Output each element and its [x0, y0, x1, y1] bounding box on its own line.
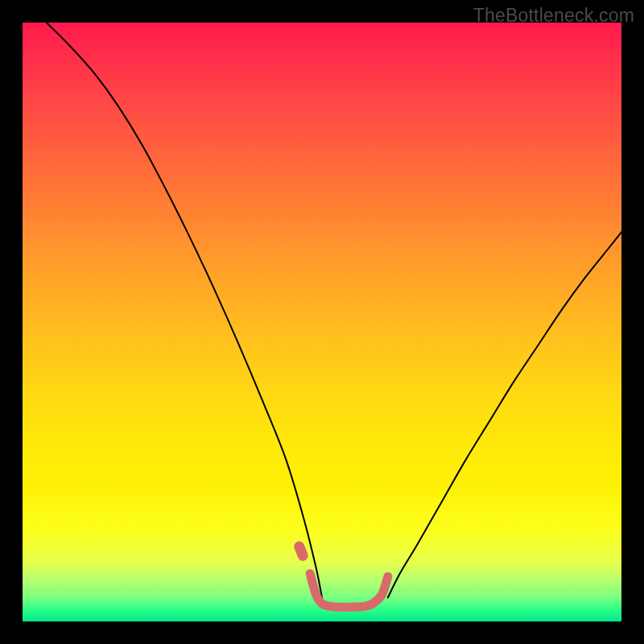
curve-layer	[23, 23, 621, 621]
series-valley-highlight	[310, 573, 388, 607]
series-left-branch	[47, 23, 322, 597]
watermark-text: TheBottleneck.com	[473, 5, 634, 27]
series-right-branch	[388, 232, 621, 597]
chart-frame: TheBottleneck.com	[0, 0, 644, 644]
plot-area	[23, 23, 621, 621]
series-valley-dot	[299, 547, 303, 555]
